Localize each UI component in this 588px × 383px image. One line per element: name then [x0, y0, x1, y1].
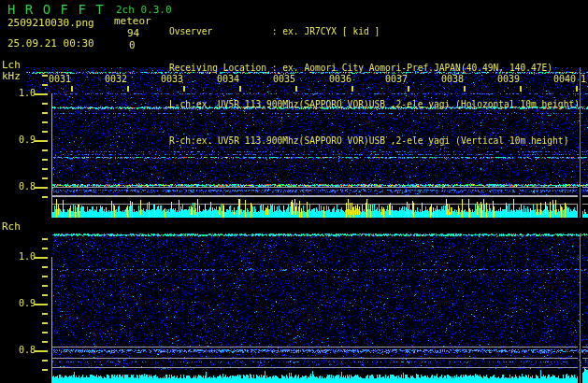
- lch-freq-label-0_9: 0.9: [15, 135, 36, 145]
- lch-freq-label-0_8: 0.8: [15, 181, 36, 192]
- hrofft-screen: H R O F F T 2ch 0.3.0 2509210030.png met…: [0, 0, 588, 383]
- time-label-0031: 0031: [49, 74, 71, 84]
- time-label-0032: 0032: [105, 74, 127, 84]
- lch-freq-label-1_0: 1.0: [15, 88, 36, 98]
- time-label-0040: 0040: [553, 74, 576, 84]
- rch-freq-label-0_8: 0.8: [15, 345, 36, 355]
- observer-line: Ovserver : ex. JR7CYX [ kid ]: [169, 25, 580, 37]
- time-label-0035: 0035: [273, 74, 295, 84]
- rch-panel-label: Rch: [2, 221, 21, 233]
- receiving-location-line: Receiving Location : ex. Aomori City Aom…: [169, 62, 580, 74]
- mode-label: meteor: [114, 16, 151, 27]
- rch-freq-label-1_0: 1.0: [15, 251, 36, 262]
- time-label-0038: 0038: [441, 74, 464, 84]
- app-title: H R O F F T: [7, 3, 105, 17]
- time-label-0033: 0033: [161, 74, 183, 84]
- time-label-partial: 1: [581, 74, 586, 84]
- time-label-0039: 0039: [497, 74, 520, 84]
- time-label-0034: 0034: [217, 74, 239, 84]
- echo-count-top: 94: [127, 28, 139, 39]
- rch-config-line: R-ch:ex. UV5R 113.900Mhz(SAPPORO VOR)USB…: [169, 135, 580, 147]
- station-info-block: Ovserver : ex. JR7CYX [ kid ] Receiving …: [169, 1, 580, 171]
- lch-config-line: L-ch:ex. UV5R 113.900Mhz(SAPPORO VOR)USB…: [169, 98, 580, 110]
- echo-count-bottom: 0: [129, 40, 136, 51]
- khz-unit-label: kHz: [2, 71, 21, 82]
- time-label-0037: 0037: [385, 74, 408, 84]
- rch-freq-label-0_9: 0.9: [15, 298, 36, 308]
- time-label-0036: 0036: [329, 74, 351, 84]
- output-filename: 2509210030.png: [7, 18, 94, 29]
- date-time: 25.09.21 00:30: [7, 38, 94, 50]
